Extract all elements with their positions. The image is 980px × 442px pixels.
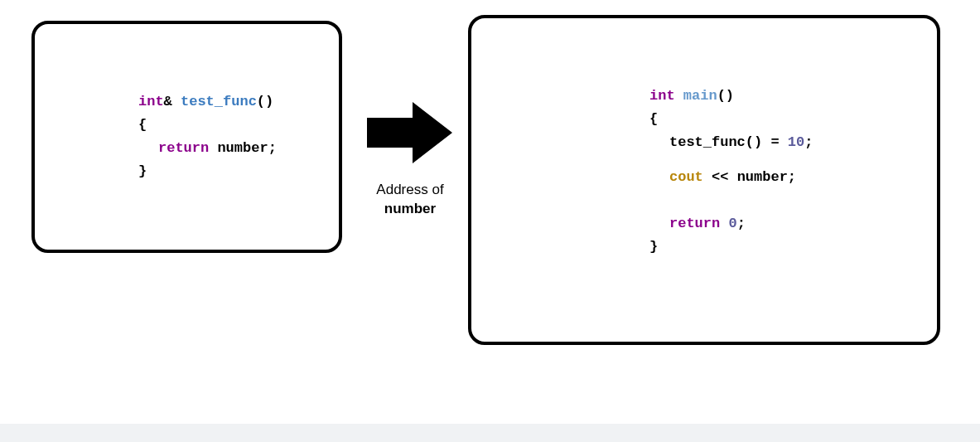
stream-op: << xyxy=(703,169,737,185)
arrow-caption-line1: Address of xyxy=(376,182,443,197)
space xyxy=(675,88,683,104)
spacer xyxy=(649,201,813,212)
keyword-int: int xyxy=(649,88,675,104)
func-main: main xyxy=(683,88,717,104)
num-literal: 10 xyxy=(788,134,804,150)
code-line: return number; xyxy=(138,137,277,160)
space xyxy=(720,216,728,231)
arrow-label: Address of number xyxy=(376,181,443,219)
func-call: test_func xyxy=(669,134,746,150)
code-line: { xyxy=(138,114,277,137)
arrow-section: Address of number xyxy=(356,100,464,219)
spacer xyxy=(649,189,813,201)
bottom-bar xyxy=(0,424,980,442)
code-left-content: int& test_func() { return number; } xyxy=(51,90,277,183)
code-line: } xyxy=(649,236,813,259)
diagram-container: int& test_func() { return number; } Addr… xyxy=(0,0,980,442)
code-line: { xyxy=(649,108,813,131)
semicolon: ; xyxy=(737,216,746,231)
paren: () xyxy=(717,88,734,104)
func-name: test_func xyxy=(181,94,257,109)
amp-operator: & xyxy=(164,94,181,109)
code-text: () = xyxy=(746,134,788,150)
code-line: return 0; xyxy=(649,212,813,236)
semicolon: ; xyxy=(804,134,813,150)
svg-marker-0 xyxy=(367,102,452,163)
code-line: int main() xyxy=(649,85,813,108)
code-text: number; xyxy=(209,140,277,156)
keyword-return: return xyxy=(158,140,209,156)
code-line: int& test_func() xyxy=(138,90,277,114)
keyword-return: return xyxy=(669,216,720,231)
num-literal: 0 xyxy=(728,216,736,231)
code-right-content: int main() { test_func() = 10; cout << n… xyxy=(488,85,813,259)
cout: cout xyxy=(669,169,703,185)
arrow-caption-line2: number xyxy=(384,201,436,216)
code-box-left: int& test_func() { return number; } xyxy=(31,21,342,253)
paren: () xyxy=(257,94,273,109)
keyword-int: int xyxy=(138,94,164,109)
code-line: cout << number; xyxy=(649,166,813,189)
arrow-icon xyxy=(367,100,454,166)
code-line: test_func() = 10; xyxy=(649,131,813,154)
code-line: } xyxy=(138,160,277,183)
spacer xyxy=(649,154,813,166)
var-name: number; xyxy=(737,169,796,185)
code-box-right: int main() { test_func() = 10; cout << n… xyxy=(468,15,940,345)
